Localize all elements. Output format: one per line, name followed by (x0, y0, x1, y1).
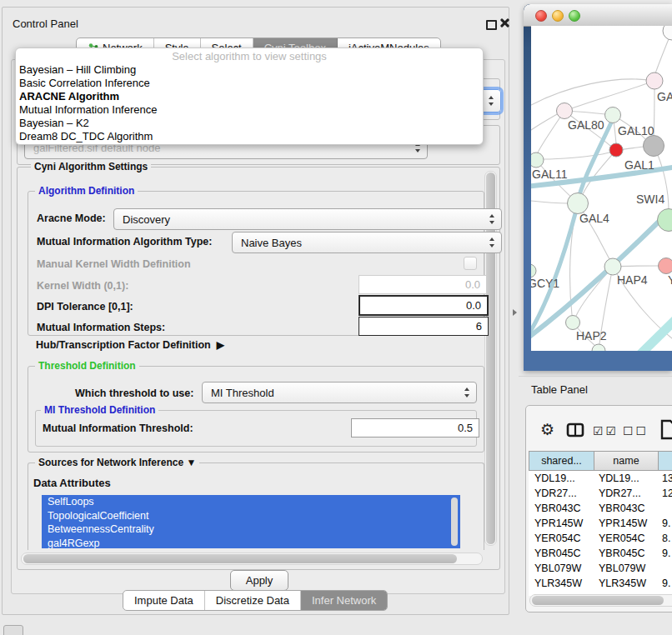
bottom-tabbar: Impute DataDiscretize DataInfer Network (123, 590, 388, 611)
column-header[interactable]: name (594, 451, 659, 471)
node-label: GAL10 (618, 124, 654, 138)
network-edge-highlighted[interactable] (638, 316, 672, 351)
network-node[interactable] (663, 26, 672, 40)
gear-icon[interactable]: ⚙ (540, 420, 554, 439)
table-row[interactable]: YLR345WYLR345W9. (529, 576, 672, 591)
column-header[interactable]: shared... (529, 451, 594, 471)
network-window-titlebar[interactable] (524, 4, 672, 27)
network-node[interactable] (604, 258, 621, 275)
bottom-tab-infer-network[interactable]: Infer Network (301, 591, 387, 610)
table-cell: YBL079W (593, 561, 656, 576)
network-node[interactable] (566, 316, 580, 330)
apply-button[interactable]: Apply (230, 570, 288, 591)
table-cell: YER054C (593, 531, 656, 546)
mi-threshold-field[interactable]: 0.5 (351, 418, 479, 438)
network-node[interactable] (644, 136, 664, 157)
mi-threshold-label: Mutual Information Threshold: (43, 422, 193, 434)
node-label: Y (668, 273, 672, 287)
dropdown-item[interactable]: Basic Correlation Inference (16, 77, 483, 90)
panel-splitter-arrow-icon[interactable] (513, 309, 517, 316)
network-node[interactable] (531, 152, 544, 168)
table-panel-title: Table Panel (531, 383, 588, 396)
which-threshold-combo[interactable]: MI Threshold (202, 382, 477, 403)
float-window-icon[interactable] (486, 20, 497, 30)
kernel-width-field[interactable]: 0.0 (359, 275, 487, 294)
sources-title[interactable]: Sources for Network Inference ▼ (35, 457, 199, 468)
hub-definition-label[interactable]: Hub/Transcription Factor Definition ▶ (36, 339, 224, 351)
network-node[interactable] (659, 258, 672, 274)
sources-group: Sources for Network Inference ▼ Data Att… (28, 462, 484, 550)
dropdown-item[interactable]: ARACNE Algorithm (16, 90, 483, 103)
expand-arrow-icon[interactable]: ▶ (217, 339, 224, 351)
node-label: GAL4 (579, 212, 609, 225)
table-cell: YBR045C (593, 546, 656, 561)
table-cell: YDL19... (593, 471, 656, 486)
dropdown-list: Bayesian – Hill ClimbingBasic Correlatio… (16, 63, 483, 143)
node-label: HAP2 (576, 329, 607, 342)
dropdown-item[interactable]: Bayesian – Hill Climbing (16, 63, 483, 77)
dpi-tolerance-value: 0.0 (466, 299, 481, 312)
zoom-traffic-light-icon[interactable] (569, 10, 580, 22)
table-row[interactable]: YDL19...YDL19...13 (529, 471, 672, 486)
dpi-tolerance-field[interactable]: 0.0 (359, 295, 489, 316)
table-cell: YBR043C (529, 501, 593, 516)
network-node[interactable] (557, 103, 573, 119)
network-node[interactable] (609, 143, 623, 157)
document-icon[interactable] (659, 418, 672, 440)
bottom-tab-impute-data[interactable]: Impute Data (123, 591, 205, 610)
manual-kernel-checkbox[interactable] (464, 257, 477, 270)
collapsed-panel-icon[interactable] (3, 625, 23, 635)
aracne-mode-combo[interactable]: Discovery (113, 208, 502, 230)
mi-steps-field[interactable]: 6 (359, 317, 489, 336)
table-row[interactable]: YBR045CYBR045C9. (529, 546, 672, 561)
data-attributes-list[interactable]: SelfLoopsTopologicalCoefficientBetweenne… (42, 495, 460, 548)
close-window-icon[interactable] (499, 18, 509, 28)
network-node[interactable] (568, 193, 589, 214)
table-row[interactable]: YBR043CYBR043C (529, 501, 672, 516)
bottom-tab-discretize-data[interactable]: Discretize Data (205, 591, 301, 610)
network-graph[interactable]: GALGAL80GAL10GAL1GAL11SWI4GAL4GCY1HAP4YH… (531, 26, 672, 351)
list-scrollbar[interactable] (451, 498, 458, 546)
dropdown-item[interactable]: Mutual Information Inference (16, 103, 483, 117)
table-cell: YER054C (529, 531, 593, 546)
mi-type-combo[interactable]: Naive Bayes (232, 232, 502, 253)
settings-horizontal-scrollbar[interactable] (21, 552, 483, 565)
data-attribute-item[interactable]: SelfLoops (42, 495, 460, 509)
network-node[interactable] (531, 264, 536, 278)
mi-threshold-group: MI Threshold Definition Mutual Informati… (35, 410, 477, 447)
network-edge[interactable] (543, 152, 609, 159)
network-edge[interactable] (531, 113, 559, 130)
mi-steps-value: 6 (476, 320, 482, 332)
node-label: GCY1 (531, 277, 559, 290)
dropdown-item[interactable]: Bayesian – K2 (16, 117, 483, 130)
table-row[interactable]: YER054CYER054C8. (529, 531, 672, 546)
section-divider (519, 376, 672, 377)
network-node[interactable] (646, 72, 663, 89)
table-row[interactable]: YBL079WYBL079W (529, 561, 672, 576)
data-attribute-item[interactable]: gal4RGexp (42, 537, 460, 549)
network-edge[interactable] (531, 201, 568, 203)
table-horizontal-scrollbar[interactable] (529, 594, 672, 607)
threshold-definition-title: Threshold Definition (35, 360, 139, 372)
table-row[interactable]: YDR27...YDR27...12 (529, 486, 672, 501)
checked-columns-icon[interactable]: ☑☑ (593, 424, 619, 438)
column-header[interactable]: A (659, 451, 672, 471)
split-view-icon[interactable] (566, 422, 584, 438)
data-attribute-item[interactable]: TopologicalCoefficient (42, 509, 460, 523)
collapse-arrow-icon[interactable]: ▼ (186, 457, 196, 468)
close-traffic-light-icon[interactable] (535, 10, 547, 22)
network-node[interactable] (605, 108, 621, 123)
table-cell: 9. (656, 516, 672, 531)
minimize-traffic-light-icon[interactable] (552, 10, 564, 22)
table-row[interactable]: YPR145WYPR145W9. (529, 516, 672, 531)
data-attribute-item[interactable]: BetweennessCentrality (42, 522, 460, 537)
network-node[interactable] (658, 209, 672, 232)
network-edge-highlighted[interactable] (578, 119, 613, 202)
node-table: shared...nameA YDL19...YDL19...13YDR27..… (529, 451, 672, 596)
stepper-icon (489, 96, 494, 106)
dropdown-item[interactable]: Dream8 DC_TDC Algorithm (16, 130, 483, 143)
node-label: GAL11 (532, 168, 568, 181)
node-label: GAL1 (624, 158, 654, 172)
network-canvas[interactable]: GALGAL80GAL10GAL1GAL11SWI4GAL4GCY1HAP4YH… (531, 26, 672, 351)
unchecked-columns-icon[interactable]: ☐☐ (623, 424, 649, 438)
